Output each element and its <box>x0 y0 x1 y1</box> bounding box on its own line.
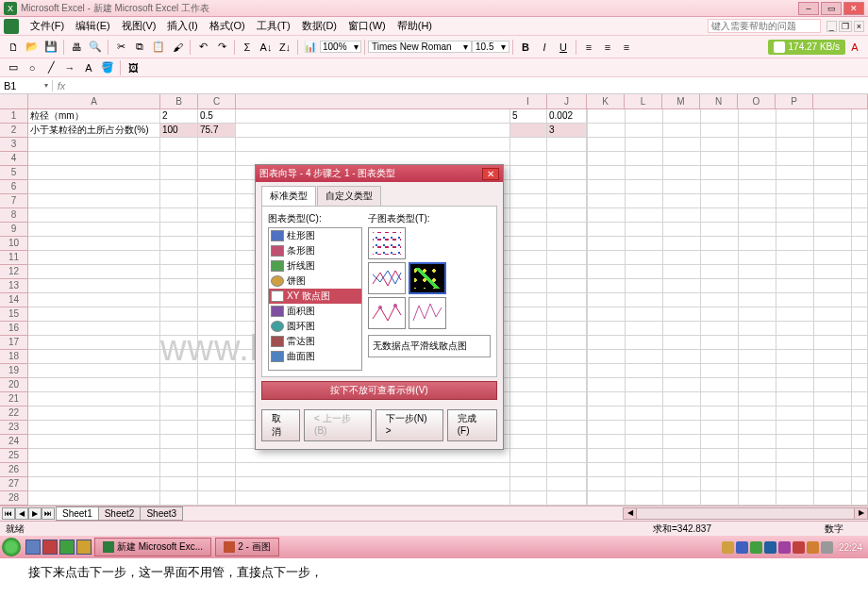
redo-icon[interactable]: ↷ <box>213 39 230 56</box>
taskbar-clock[interactable]: 22:24 <box>835 542 866 553</box>
cell[interactable] <box>28 265 160 279</box>
cell[interactable] <box>509 307 547 322</box>
cell[interactable] <box>547 491 587 506</box>
font-size-combo[interactable]: 10.5▾ <box>472 41 509 53</box>
row-header[interactable]: 17 <box>0 336 28 350</box>
tray-icon[interactable] <box>778 541 791 554</box>
cell[interactable] <box>28 180 160 194</box>
cell[interactable] <box>28 307 160 322</box>
cell[interactable]: 75.7 <box>198 124 236 138</box>
doc-restore[interactable]: ❐ <box>839 21 852 32</box>
tab-nav-first[interactable]: ⏮ <box>2 507 15 520</box>
cell[interactable] <box>198 491 236 506</box>
cell[interactable] <box>198 194 236 208</box>
tray-icon[interactable] <box>736 541 748 554</box>
cell[interactable] <box>509 322 547 336</box>
new-icon[interactable]: 🗋 <box>5 39 22 56</box>
text-box-icon[interactable]: A <box>80 59 97 76</box>
cell[interactable] <box>198 138 236 152</box>
cell[interactable] <box>160 449 198 463</box>
cell[interactable] <box>509 251 547 265</box>
align-left-icon[interactable]: ≡ <box>580 39 597 56</box>
quicklaunch-icon[interactable] <box>42 539 58 555</box>
cell[interactable] <box>198 152 236 166</box>
col-header[interactable]: A <box>28 94 160 108</box>
cell[interactable]: 2 <box>160 109 198 124</box>
copy-icon[interactable]: ⧉ <box>131 39 148 56</box>
cell[interactable] <box>28 152 160 166</box>
cell[interactable] <box>509 223 547 237</box>
quicklaunch-icon[interactable] <box>25 539 41 555</box>
cell[interactable] <box>28 477 160 491</box>
cell[interactable]: 粒径（mm） <box>28 109 160 124</box>
cell[interactable] <box>547 279 587 293</box>
wizard-next-button[interactable]: 下一步(N) > <box>376 409 443 441</box>
row-header[interactable]: 25 <box>0 449 28 463</box>
cell[interactable] <box>160 378 198 392</box>
paste-icon[interactable]: 📋 <box>150 39 167 56</box>
menu-view[interactable]: 视图(V) <box>116 17 162 35</box>
col-header[interactable]: O <box>738 94 776 108</box>
col-header[interactable]: N <box>700 94 738 108</box>
tab-standard-types[interactable]: 标准类型 <box>261 186 316 206</box>
menu-file[interactable]: 文件(F) <box>25 17 70 35</box>
cell[interactable] <box>198 307 236 322</box>
cell[interactable] <box>198 407 236 421</box>
cell[interactable] <box>509 279 547 293</box>
row-header[interactable]: 16 <box>0 322 28 336</box>
wizard-finish-button[interactable]: 完成(F) <box>447 409 497 441</box>
open-icon[interactable]: 📂 <box>24 39 41 56</box>
cell[interactable] <box>509 237 547 251</box>
row-header[interactable]: 5 <box>0 166 28 180</box>
cell[interactable] <box>160 265 198 279</box>
cell[interactable] <box>547 194 587 208</box>
chart-wizard-icon[interactable]: 📊 <box>302 39 319 56</box>
tray-icon[interactable] <box>793 541 805 554</box>
taskbar-task-excel[interactable]: 新建 Microsoft Exc... <box>94 538 211 556</box>
fill-color-icon[interactable]: 🪣 <box>99 59 116 76</box>
cell[interactable]: 0.002 <box>547 109 587 124</box>
sheet-tab-2[interactable]: Sheet2 <box>98 506 142 521</box>
row-header[interactable]: 22 <box>0 407 28 421</box>
row-header[interactable]: 24 <box>0 435 28 449</box>
row-header[interactable]: 15 <box>0 307 28 322</box>
fx-icon[interactable]: fx <box>53 80 70 91</box>
zoom-combo[interactable]: 100%▾ <box>320 41 361 53</box>
cell[interactable] <box>28 392 160 407</box>
cell[interactable] <box>509 180 547 194</box>
chart-type-list[interactable]: 柱形图 条形图 折线图 饼图 XY 散点图 面积图 圆环图 雷达图 曲面图 <box>268 227 362 371</box>
horizontal-scrollbar[interactable]: ◀ ▶ <box>623 507 868 520</box>
cell[interactable] <box>160 421 198 435</box>
cell[interactable] <box>28 293 160 307</box>
underline-icon[interactable]: U <box>555 39 572 56</box>
col-header[interactable]: P <box>776 94 813 108</box>
row-header[interactable]: 13 <box>0 279 28 293</box>
sub-chart-option[interactable] <box>368 227 406 259</box>
cell[interactable] <box>28 322 160 336</box>
menu-help[interactable]: 帮助(H) <box>392 17 438 35</box>
press-hold-sample-button[interactable]: 按下不放可查看示例(V) <box>261 381 497 400</box>
dialog-titlebar[interactable]: 图表向导 - 4 步骤之 1 - 图表类型 ✕ <box>256 165 503 182</box>
cell[interactable] <box>509 208 547 223</box>
cell[interactable] <box>28 237 160 251</box>
cell[interactable] <box>160 293 198 307</box>
tab-nav-prev[interactable]: ◀ <box>15 507 28 520</box>
minimize-button[interactable]: – <box>798 2 819 15</box>
cell[interactable] <box>28 166 160 180</box>
row-header[interactable]: 26 <box>0 463 28 477</box>
cell[interactable] <box>160 364 198 378</box>
row-header[interactable]: 1 <box>0 109 28 124</box>
cell[interactable] <box>28 378 160 392</box>
close-button[interactable]: ✕ <box>843 2 864 15</box>
cell[interactable] <box>509 138 547 152</box>
cell[interactable] <box>28 223 160 237</box>
cell[interactable] <box>28 463 160 477</box>
cell[interactable] <box>509 350 547 364</box>
cell[interactable] <box>160 307 198 322</box>
cell[interactable] <box>547 138 587 152</box>
tray-icon[interactable] <box>821 541 833 554</box>
name-box[interactable]: B1▾ <box>0 80 53 91</box>
row-header[interactable]: 28 <box>0 491 28 506</box>
cell[interactable] <box>547 421 587 435</box>
save-icon[interactable]: 💾 <box>42 39 59 56</box>
